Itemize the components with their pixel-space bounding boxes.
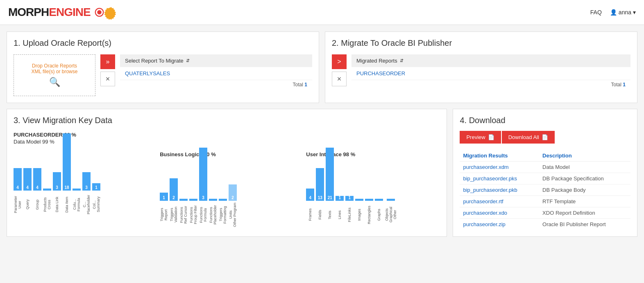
preview-button[interactable]: Preview 📄: [460, 131, 501, 144]
bar-wrap: Cross Products: [43, 189, 51, 217]
bar-wrap: 13Fields: [316, 168, 324, 227]
business-logic-bar-chart: 1Report Triggers2Validation TriggersRef …: [160, 162, 294, 227]
sort-icon: ⇵: [186, 58, 190, 63]
migrate-button[interactable]: »: [100, 54, 115, 69]
bar: [355, 199, 363, 201]
bar-label: Fields: [318, 202, 322, 227]
file-name[interactable]: purchaseorder.xdm: [460, 162, 539, 173]
bar-wrap: Formula Colu...: [73, 189, 81, 217]
file-name[interactable]: purchaseorder.xdo: [460, 207, 539, 219]
table-row: purchaseorder.zipOracle BI Publisher Rep…: [460, 219, 630, 230]
upload-panel: 1. Upload Oracle Report(s) Drop Oracle R…: [7, 31, 319, 103]
bar-wrap: Graphs: [375, 199, 383, 227]
bar-label: Data Item: [65, 192, 69, 217]
table-row: bip_purchaseorder.pksDB Package Specific…: [460, 173, 630, 184]
main-content: 1. Upload Oracle Report(s) Drop Oracle R…: [0, 25, 644, 243]
view-migration-title: 3. View Migration Key Data: [14, 116, 440, 125]
header-right: FAQ 👤 anna ▾: [590, 9, 636, 16]
bar-wrap: 3Formula Functions: [199, 148, 207, 227]
report-list-header: Select Report To Migrate ⇵: [120, 54, 312, 67]
drop-zone[interactable]: Drop Oracle ReportsXML file(s) or browse…: [14, 54, 95, 96]
bar-label: Other Graphical Objects: [385, 202, 397, 227]
bar-label: Validation Triggers: [170, 202, 178, 227]
upload-title: 1. Upload Oracle Report(s): [14, 38, 312, 48]
bar-label: Images: [357, 202, 361, 227]
bar-wrap: Other Graphical Objects: [385, 199, 397, 227]
bar-wrap: Images: [355, 199, 363, 227]
migrated-total: Total 1: [351, 80, 630, 89]
bar-wrap: 2Other Program Units: [229, 184, 237, 227]
data-model-chart: 4User Parameter4Query4GroupCross Product…: [14, 151, 147, 227]
bar-label: Formula Functions: [199, 202, 207, 227]
user-menu[interactable]: 👤 anna ▾: [610, 9, 636, 16]
sort-icon: ⇵: [400, 58, 404, 63]
bar: 18: [63, 133, 71, 191]
file-name[interactable]: purchaseorder.zip: [460, 219, 539, 230]
file-name[interactable]: purchaseorder.rtf: [460, 196, 539, 207]
bar-label: Data Link: [55, 192, 59, 217]
svg-point-1: [97, 10, 102, 15]
bar-label: Frames: [308, 202, 312, 227]
bar: 4: [14, 168, 22, 191]
bar: [387, 199, 395, 201]
migrate-content: > × Migrated Reports ⇵ PURCHASEORDER Tot…: [332, 54, 630, 89]
user-icon: 👤: [610, 9, 617, 16]
bar: 1: [160, 193, 168, 201]
top-row: 1. Upload Oracle Report(s) Drop Oracle R…: [7, 31, 637, 103]
bar-label: User Parameter: [14, 192, 22, 217]
bar-wrap: 21Texts: [326, 148, 334, 227]
bar: [365, 199, 373, 201]
migrated-report-item[interactable]: PURCHASEORDER: [351, 67, 630, 80]
bar-wrap: Placeholder Functions: [209, 199, 217, 227]
migrated-report-list: Migrated Reports ⇵ PURCHASEORDER Total 1: [351, 54, 630, 89]
bar-wrap: Formatting Triggers: [219, 199, 227, 227]
bar-label: Formatting Triggers: [219, 202, 227, 227]
user-interface-chart: User Interface 98 % 4Frames13Fields21Tex…: [306, 151, 440, 227]
bar: 4: [23, 168, 32, 191]
report-item[interactable]: QUATERLYSALES: [120, 67, 312, 80]
arrow-buttons: » ×: [100, 54, 115, 86]
table-row: purchaseorder.xdoXDO Report Definition: [460, 207, 630, 219]
download-all-button[interactable]: Download All 📄: [502, 131, 555, 144]
file-name[interactable]: bip_purchaseorder.pks: [460, 173, 539, 184]
logo-engine: ENGINE: [49, 6, 90, 18]
bottom-row: 3. View Migration Key Data PURCHASEORDER…: [7, 109, 637, 237]
file-desc: DB Package Body: [539, 184, 630, 196]
download-icon: 📄: [542, 134, 548, 140]
bar: [179, 199, 188, 201]
file-desc: RTF Template: [539, 196, 630, 207]
bar-wrap: 4Frames: [306, 189, 314, 227]
bar-label: Placeholder C...: [82, 192, 91, 217]
col-description: Description: [539, 150, 630, 162]
bar: [73, 189, 81, 191]
bar-label: Report Triggers: [160, 202, 168, 227]
bar-label: Formula Colu...: [73, 192, 81, 217]
bar: 3: [199, 148, 207, 201]
browse-icon: 🔍: [49, 77, 60, 88]
logo-icon: [94, 4, 118, 20]
bar-wrap: 1Summary Col...: [92, 183, 100, 217]
table-row: bip_purchaseorder.pkbDB Package Body: [460, 184, 630, 196]
faq-link[interactable]: FAQ: [590, 9, 602, 16]
logo-morph: MORPH: [8, 6, 49, 18]
bar-label: Summary Col...: [92, 192, 100, 217]
bar-label: Graphs: [377, 202, 381, 227]
select-report-list: Select Report To Migrate ⇵ QUATERLYSALES…: [120, 54, 312, 89]
bar: 3: [53, 172, 61, 191]
migrated-list-header: Migrated Reports ⇵: [351, 54, 630, 67]
bar: [189, 199, 197, 201]
file-name[interactable]: bip_purchaseorder.pkb: [460, 184, 539, 196]
bar-label: Lines: [338, 202, 342, 227]
clear-button[interactable]: ×: [100, 72, 115, 86]
file-desc: DB Package Specification: [539, 173, 630, 184]
results-table: Migration Results Description purchaseor…: [460, 150, 630, 230]
table-row: purchaseorder.rtfRTF Template: [460, 196, 630, 207]
bar-wrap: 3Placeholder C...: [82, 172, 91, 217]
header: MORPHENGINE FAQ 👤 anna ▾: [0, 0, 644, 25]
file-desc: XDO Report Definition: [539, 207, 630, 219]
migrate-clear-button[interactable]: ×: [332, 72, 347, 86]
username: anna: [619, 9, 631, 16]
bar: 4: [33, 168, 41, 191]
migrate-right-button[interactable]: >: [332, 54, 347, 69]
data-model-label: Data Model 99 %: [14, 139, 440, 145]
